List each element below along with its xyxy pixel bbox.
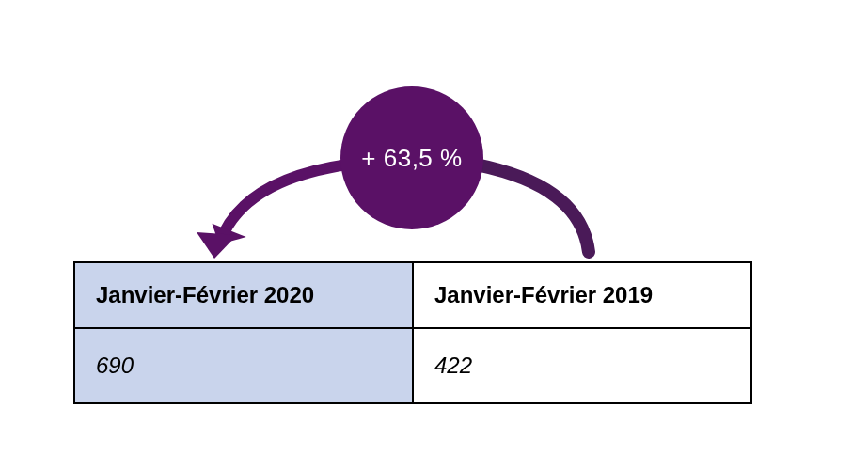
arrow-left-head — [197, 232, 237, 259]
table-row: Janvier-Février 2020 Janvier-Février 201… — [74, 262, 751, 328]
arrow-right — [476, 165, 589, 252]
table-row: 690 422 — [74, 328, 751, 403]
arrow-left — [204, 165, 348, 255]
value-2019: 422 — [413, 328, 751, 403]
header-2020: Janvier-Février 2020 — [74, 262, 413, 328]
comparison-table: Janvier-Février 2020 Janvier-Février 201… — [73, 261, 752, 404]
header-2019: Janvier-Février 2019 — [413, 262, 751, 328]
svg-marker-0 — [204, 216, 245, 255]
percent-badge-text: + 63,5 % — [361, 144, 462, 173]
percent-badge: + 63,5 % — [340, 86, 483, 229]
diagram-stage: + 63,5 % Janvier-Février 2020 Janvier-Fé… — [0, 0, 868, 471]
value-2020: 690 — [74, 328, 413, 403]
